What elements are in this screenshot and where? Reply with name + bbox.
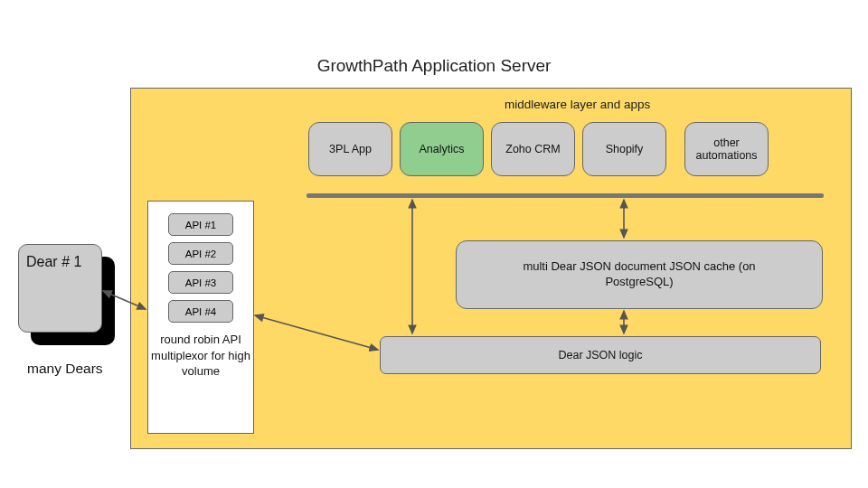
diagram-title: GrowthPath Application Server [0,56,868,76]
app-analytics: Analytics [400,122,484,176]
app-other-automations: other automations [684,122,769,176]
multiplexor-caption: round robin API multiplexor for high vol… [148,332,253,380]
app-zoho-crm: Zoho CRM [491,122,575,176]
many-dears-label: many Dears [27,360,103,377]
api-slot-1: API #1 [168,213,233,236]
middleware-divider [307,193,824,198]
cache-box: multi Dear JSON document JSON cache (on … [456,240,823,309]
multiplexor-box: API #1 API #2 API #3 API #4 round robin … [147,201,254,434]
dear-box: Dear # 1 [18,244,102,333]
app-shopify: Shopify [582,122,666,176]
app-3pl: 3PL App [308,122,392,176]
json-logic-box: Dear JSON logic [380,336,821,374]
api-slot-2: API #2 [168,242,233,265]
api-slot-4: API #4 [168,300,233,323]
middleware-label: middleware layer and apps [505,98,650,111]
api-slot-3: API #3 [168,271,233,294]
